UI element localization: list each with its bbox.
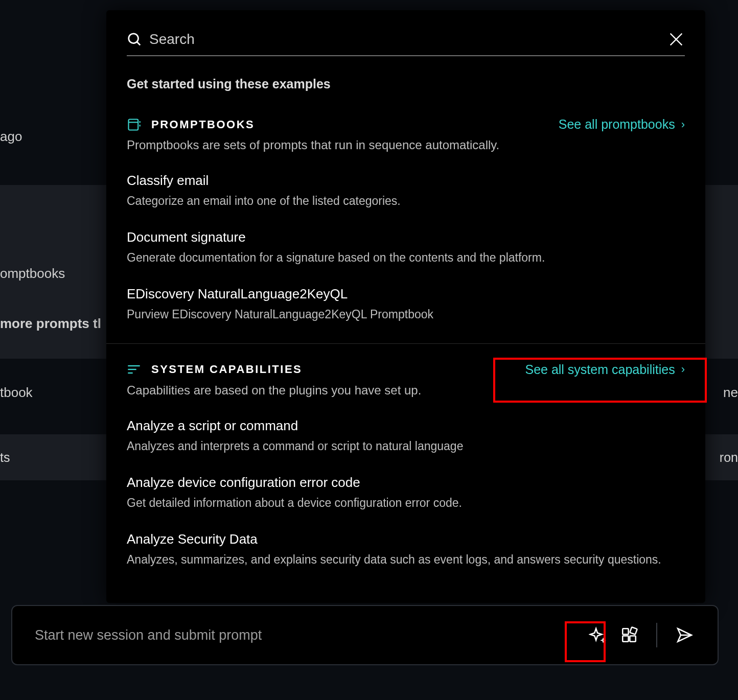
- svg-rect-14: [630, 627, 637, 635]
- prompt-input[interactable]: [35, 627, 589, 643]
- promptbooks-header: PROMPTBOOKS See all promptbooks ›: [127, 117, 685, 132]
- bg-text: ron: [720, 450, 738, 465]
- bg-text: tbook: [0, 385, 33, 401]
- see-all-system-capabilities-link[interactable]: See all system capabilities ›: [525, 362, 685, 377]
- svg-line-1: [137, 42, 140, 45]
- apps-icon[interactable]: [620, 626, 638, 644]
- close-icon[interactable]: [667, 31, 685, 48]
- bg-text: omptbooks: [0, 266, 65, 282]
- capability-item[interactable]: Analyze Security Data Analyzes, summariz…: [127, 531, 685, 568]
- promptbook-item-desc: Purview EDiscovery NaturalLanguage2KeyQL…: [127, 306, 685, 322]
- see-all-promptbooks-label: See all promptbooks: [559, 117, 675, 132]
- promptbook-item-title: Classify email: [127, 173, 685, 189]
- promptbook-item[interactable]: EDiscovery NaturalLanguage2KeyQL Purview…: [127, 286, 685, 322]
- see-all-promptbooks-link[interactable]: See all promptbooks ›: [559, 117, 685, 132]
- promptbook-item-title: Document signature: [127, 229, 685, 245]
- promptbook-item[interactable]: Classify email Categorize an email into …: [127, 173, 685, 209]
- bg-text: ne: [723, 385, 738, 401]
- svg-rect-12: [630, 636, 635, 641]
- prompt-toolbar: [589, 623, 693, 647]
- send-icon[interactable]: [676, 626, 693, 644]
- promptbook-item[interactable]: Document signature Generate documentatio…: [127, 229, 685, 266]
- promptbooks-description: Promptbooks are sets of prompts that run…: [127, 138, 685, 152]
- system-capabilities-description: Capabilities are based on the plugins yo…: [127, 383, 685, 398]
- sparkle-icon[interactable]: [589, 626, 606, 644]
- capability-item-title: Analyze Security Data: [127, 531, 685, 547]
- capability-item-title: Analyze device configuration error code: [127, 475, 685, 491]
- system-capabilities-title: SYSTEM CAPABILITIES: [151, 363, 302, 376]
- chevron-right-icon: ›: [681, 118, 685, 131]
- bg-text: ts: [0, 450, 10, 465]
- capability-item-title: Analyze a script or command: [127, 418, 685, 434]
- capability-item-desc: Analyzes, summarizes, and explains secur…: [127, 551, 685, 568]
- prompt-bar: [11, 605, 719, 665]
- chevron-right-icon: ›: [681, 363, 685, 376]
- promptbook-item-desc: Generate documentation for a signature b…: [127, 249, 685, 266]
- promptbook-item-title: EDiscovery NaturalLanguage2KeyQL: [127, 286, 685, 302]
- capability-item-desc: Get detailed information about a device …: [127, 495, 685, 511]
- search-icon: [127, 32, 142, 47]
- svg-rect-4: [129, 119, 139, 130]
- promptbook-item-desc: Categorize an email into one of the list…: [127, 193, 685, 209]
- vertical-divider: [656, 623, 657, 647]
- search-input[interactable]: [149, 31, 667, 48]
- suggestions-panel: Get started using these examples PROMPTB…: [106, 10, 705, 603]
- promptbooks-title: PROMPTBOOKS: [151, 118, 255, 131]
- capability-item[interactable]: Analyze a script or command Analyzes and…: [127, 418, 685, 454]
- capability-item-desc: Analyzes and interprets a command or scr…: [127, 438, 685, 454]
- intro-heading: Get started using these examples: [127, 77, 685, 91]
- svg-rect-13: [622, 636, 628, 641]
- bg-text: ago: [0, 129, 22, 145]
- bg-text: more prompts tl: [0, 316, 101, 332]
- capability-item[interactable]: Analyze device configuration error code …: [127, 475, 685, 511]
- svg-point-0: [129, 34, 139, 43]
- system-capabilities-header: SYSTEM CAPABILITIES See all system capab…: [127, 362, 685, 377]
- search-row: [127, 31, 685, 56]
- see-all-system-capabilities-label: See all system capabilities: [525, 362, 675, 377]
- list-icon: [127, 362, 141, 377]
- svg-rect-11: [622, 628, 628, 634]
- section-divider: [106, 343, 705, 344]
- book-icon: [127, 118, 141, 132]
